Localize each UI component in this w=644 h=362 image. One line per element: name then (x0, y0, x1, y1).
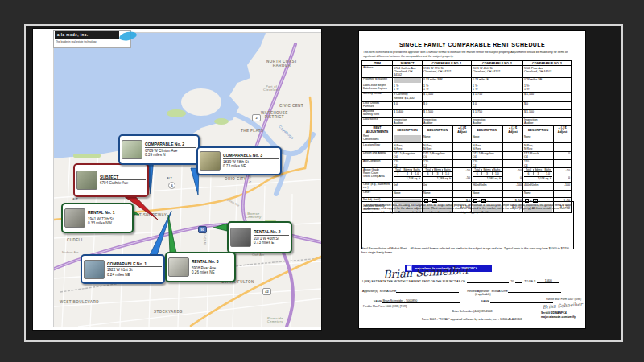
form-page: SINGLE FAMILY COMPARABLE RENT SCHEDULE T… (359, 31, 585, 328)
row-other-basement: Other (e.g., basement, etc.) 0sf 0sf 960… (362, 183, 572, 191)
year-blank (515, 278, 522, 283)
estimate-suffix: TO BE $ (524, 280, 535, 283)
callout-distance: 0.73 miles NE (223, 164, 279, 169)
callout-subject: SUBJECT 6704 Guthrie Ave (73, 163, 149, 197)
freddie-mac-form-number: Freddie Mac Form 1000 (8/88) [TCR] (363, 305, 407, 308)
street-label-madison-ave: Madison Ave (62, 251, 79, 254)
route-shield-42: 42 (262, 288, 271, 295)
place-label-warehouse-district: WAREHOUSE DISTRICT (261, 111, 288, 120)
route-shield-6: 6 (168, 182, 175, 189)
reconciliation-label: Final Reconciliation of Market Rent: (361, 247, 407, 250)
callout-address: 6704 Guthrie Ave (100, 181, 146, 186)
place-label-cudell: CUDELL (67, 238, 84, 242)
subject-photo (76, 171, 97, 190)
appraiser-signature-blank (396, 288, 459, 293)
callout-title: RENTAL No. 1 (88, 210, 130, 216)
callout-rental-1: RENTAL No. 1 1941 W 77th St 0.33 miles N… (61, 203, 134, 233)
callout-distance: 0.26 miles NE (192, 270, 233, 275)
place-label-port-of-cleveland: Port of Cleveland (263, 85, 280, 93)
screenshot-canvas: { "map_page": { "logo": { "brand": "a la… (0, 0, 644, 362)
place-label-north-coast-harbor: NORTH COAST HARBOR (266, 60, 297, 68)
row-rent-concessions: Rent Concessions None None None (362, 134, 572, 143)
fannie-mae-form-number: Fannie Mae Form 1007 (8/88) (512, 298, 581, 301)
alamode-logo: a la mode, inc. The leader in real estat… (53, 30, 131, 48)
place-label-civic-center: CIVIC CENT (279, 104, 303, 108)
callout-title: RENTAL No. 2 (254, 229, 289, 236)
place-label-ohio-city: OHIO CITY (225, 177, 246, 181)
comparable2-photo (122, 140, 142, 159)
comparable3-photo (200, 151, 221, 171)
callout-distance: 0.33 miles NW (88, 221, 130, 226)
rental1-photo (64, 208, 85, 228)
row-less-utilities: Less: Utilities Furniture $ 0 $ 0 $ 0 $ … (362, 101, 572, 109)
estimate-year: 20 (510, 280, 514, 283)
name-label: NAME (481, 300, 489, 303)
row-monthly-rental: Monthly Rental If Currently Rented: $ 1,… (362, 92, 572, 101)
verify-url[interactable]: major.alamode.com/verify (541, 315, 576, 319)
callout-rental-3: RENTAL No. 3 5908 Pear Ave 0.26 miles NE (165, 252, 236, 282)
rental3-photo (168, 257, 189, 277)
form-intro: This form is intended to provide the app… (363, 51, 574, 58)
place-label-west-boulevard: WEST BOULEVARD (60, 300, 99, 304)
whiskey-island-peninsula (181, 88, 221, 116)
callout-distance: 0.73 miles E (254, 241, 289, 245)
map-page: NORTH COAST HARBOR Port of Cleveland CIV… (33, 29, 321, 330)
form-title: SINGLE FAMILY COMPARABLE RENT SCHEDULE (359, 42, 585, 47)
date-blank (467, 278, 509, 283)
callout-comparable-2: COMPARABLE No. 2 6709 W Clinton Ave 0.39… (118, 134, 200, 165)
row-adjustments-header: RENT ADJUSTMENTS DESCRIPTION DESCRIPTION… (362, 125, 572, 134)
callout-title: RENTAL No. 3 (192, 259, 233, 265)
route-shield-90: 90 (198, 226, 207, 233)
estimate-amount: 1,400 (537, 279, 559, 283)
row-lease-dates: Date Lease Begins Date Lease Expires 1 Y… (362, 84, 572, 92)
signature-label: SIGNATURE (491, 290, 508, 293)
comments-box: Comments on market data, including the r… (361, 201, 574, 249)
callout-title: COMPARABLE No. 1 (107, 261, 162, 268)
place-label-riverside-cemetery: Riverside Cemetery (267, 317, 283, 324)
rental2-photo (230, 228, 251, 247)
callout-distance: 0.24 miles NE (107, 273, 162, 278)
review-signature-blank (508, 288, 561, 293)
row-other: Other: None None None None (362, 191, 572, 198)
row-age-condition: Age/Condition 120 C4 120 C4 120 C4 120 C… (362, 159, 572, 167)
alamode-logo-brand: a la mode, inc. (55, 31, 119, 39)
row-address: Address 6704 Guthrie Ave Cleveland, OH 4… (362, 66, 572, 77)
row-data-source: Data Source Inspection Auditor Inspectio… (362, 117, 572, 125)
route-alt-tag-1: ALT (167, 177, 172, 180)
estimate-prefix: I (WE) ESTIMATE THE MONTHLY MARKET RENT … (362, 280, 465, 283)
callout-comparable-1: COMPARABLE No. 1 1922 W 61st St 0.24 mil… (80, 254, 165, 284)
place-label-stockyards: STOCKYARDS (154, 310, 183, 314)
comparable1-photo (84, 260, 105, 279)
place-label-the-flats: THE FLATS (241, 129, 264, 133)
if-applicable-note: (if applicable) (475, 293, 491, 296)
name-label: NAME (374, 300, 382, 303)
route-alt-tag-2: ALT (72, 198, 78, 201)
appraiser-signature-row: Appraiser(s) SIGNATURE Review Appraiser … (362, 288, 581, 293)
place-label-monroe-cemetery: Monroe Cemetery (246, 212, 262, 220)
callout-rental-2: RENTAL No. 2 2071 W 45th St 0.73 miles E (227, 221, 292, 253)
row-proximity: Proximity to Subject 0.33 miles NW 0.73 … (362, 77, 572, 84)
callout-title: SUBJECT (100, 175, 146, 181)
row-room-count-gla: Above Grade Room Count Gross Living Area… (362, 168, 572, 183)
street-label-w45th: W 45th St (204, 232, 207, 245)
callout-title: COMPARABLE No. 2 (145, 142, 196, 148)
alamode-logo-tagline: The leader in real estate technology (56, 40, 97, 43)
rent-comparison-table: ITEM SUBJECT COMPARABLE NO. 1 COMPARABLE… (361, 60, 572, 213)
street-label-clark-ave: Clark Ave (252, 253, 264, 257)
shaded-cell (394, 78, 421, 83)
shaded-cell (394, 135, 421, 142)
callout-title: COMPARABLE No. 3 (223, 153, 279, 159)
row-location-view: Location/View N;Res; N;Res; N;Res; N;Res… (362, 143, 572, 151)
row-adjusted-rent: Adjusted Monthly Rent $ 1,400 $ 1,500 $ … (362, 109, 572, 117)
row-design-appeal: Design and Appeal DT1.5;Bungalow Q4 DT1.… (362, 151, 572, 159)
callout-comparable-3: COMPARABLE No. 3 1839 W 48th St 0.73 mil… (196, 146, 282, 175)
signature-label: SIGNATURE (380, 290, 397, 293)
appraiser-name: Brian Schneider - 5000890 (382, 299, 460, 303)
serial-verify-block: Serial# 2DWANFC4 major.alamode.com/verif… (541, 311, 576, 319)
callout-distance: 0.39 miles N (145, 153, 196, 158)
final-reconciliation: Final Reconciliation of Market Rent: All… (361, 247, 569, 255)
appraiser-label: Appraiser(s) (362, 290, 378, 293)
route-shield-2: 2 (252, 114, 261, 121)
